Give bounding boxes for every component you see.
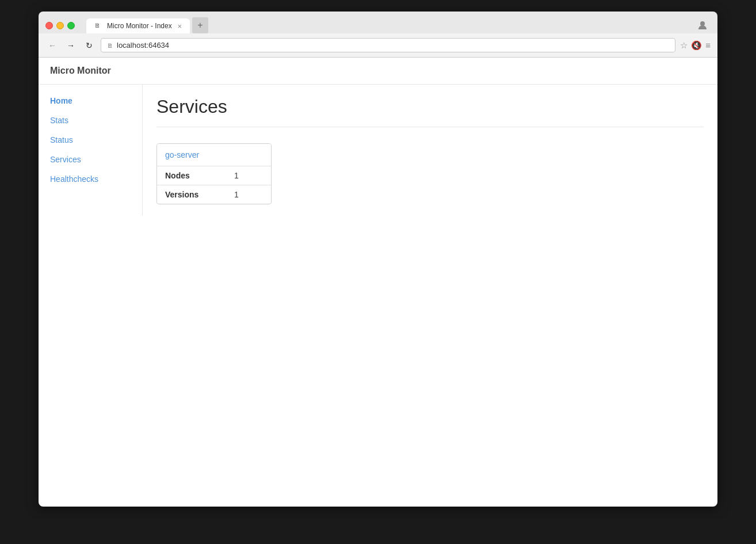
tab-title: Micro Monitor - Index: [107, 22, 173, 30]
tab-favicon-icon: 🗎: [94, 22, 102, 30]
menu-icon[interactable]: ≡: [705, 40, 711, 50]
address-bar[interactable]: 🗎 localhost:64634: [101, 38, 675, 52]
browser-toolbar: ← → ↻ 🗎 localhost:64634 ☆ 🔇 ≡: [39, 33, 717, 58]
page-content: Micro Monitor Home Stats Status Services…: [39, 58, 717, 507]
app-title: Micro Monitor: [50, 66, 111, 75]
back-button[interactable]: ←: [45, 39, 59, 52]
service-stats-table: Nodes 1 Versions 1: [157, 166, 271, 204]
refresh-button[interactable]: ↻: [82, 39, 96, 52]
minimize-button[interactable]: [56, 22, 64, 29]
service-card: go-server Nodes 1 Versions 1: [156, 143, 272, 204]
toolbar-icons: ☆ 🔇 ≡: [680, 40, 711, 51]
forward-button[interactable]: →: [64, 39, 78, 52]
service-name-link[interactable]: go-server: [165, 150, 199, 159]
stat-label: Versions: [157, 185, 226, 204]
maximize-button[interactable]: [67, 22, 75, 29]
profile-icon[interactable]: [694, 17, 711, 33]
page-header: Micro Monitor: [39, 58, 717, 85]
new-tab-button[interactable]: +: [192, 17, 208, 33]
close-button[interactable]: [45, 22, 53, 29]
active-tab[interactable]: 🗎 Micro Monitor - Index ×: [86, 18, 190, 33]
table-row: Versions 1: [157, 185, 271, 204]
stat-value: 1: [226, 185, 271, 204]
browser-window: 🗎 Micro Monitor - Index × + ← → ↻ 🗎 loca…: [39, 12, 717, 507]
speaker-icon[interactable]: 🔇: [691, 40, 702, 51]
stat-value: 1: [226, 166, 271, 185]
url-text: localhost:64634: [117, 41, 669, 50]
browser-tabs: 🗎 Micro Monitor - Index × +: [86, 17, 689, 33]
sidebar-item-stats[interactable]: Stats: [50, 116, 131, 125]
sidebar: Home Stats Status Services Healthchecks: [39, 85, 142, 216]
svg-point-0: [700, 21, 705, 26]
browser-titlebar: 🗎 Micro Monitor - Index × +: [39, 12, 717, 33]
page-icon: 🗎: [107, 42, 113, 49]
table-row: Nodes 1: [157, 166, 271, 185]
sidebar-nav: Home Stats Status Services Healthchecks: [50, 96, 131, 184]
sidebar-item-healthchecks[interactable]: Healthchecks: [50, 174, 131, 184]
sidebar-item-home[interactable]: Home: [50, 96, 131, 105]
sidebar-item-status[interactable]: Status: [50, 135, 131, 144]
main-content: Services go-server Nodes 1: [142, 85, 717, 216]
page-title: Services: [156, 96, 704, 127]
tab-close-button[interactable]: ×: [177, 22, 182, 30]
traffic-lights: [45, 22, 75, 29]
sidebar-item-services[interactable]: Services: [50, 155, 131, 164]
service-card-header: go-server: [157, 144, 271, 166]
star-icon[interactable]: ☆: [680, 40, 688, 51]
page-body: Home Stats Status Services Healthchecks …: [39, 85, 717, 216]
stat-label: Nodes: [157, 166, 226, 185]
services-grid: go-server Nodes 1 Versions 1: [156, 139, 704, 204]
